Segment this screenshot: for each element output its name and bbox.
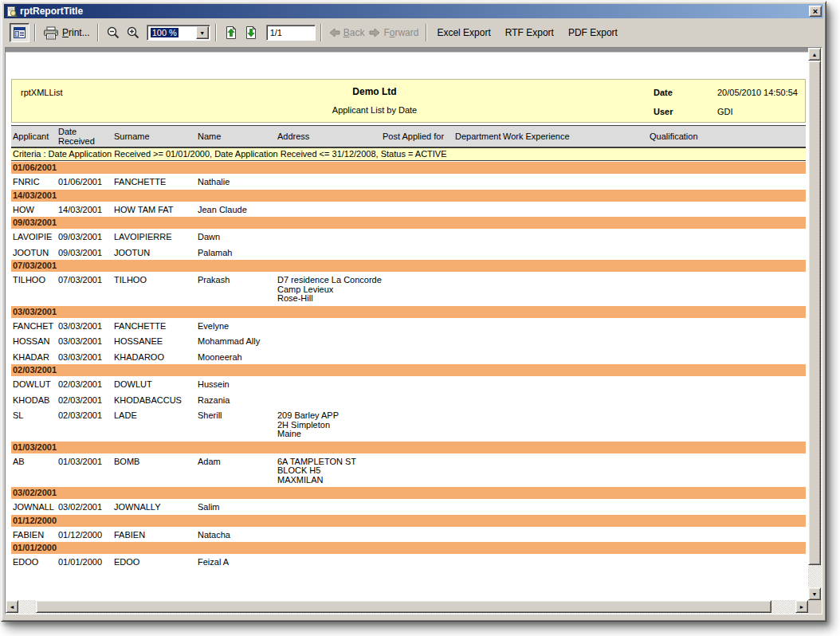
cell-address (276, 396, 381, 406)
cell-address (276, 503, 381, 512)
cell-department (453, 531, 501, 540)
cell-post-applied-for (381, 411, 453, 439)
cell-post-applied-for (381, 503, 453, 512)
cell-qualification (648, 233, 806, 242)
vertical-scrollbar[interactable]: ▲ ▼ (808, 48, 822, 600)
table-row: SL02/03/2001LADESherill209 Barley APP2H … (11, 407, 806, 442)
toolbar: Print... 100 % (4, 18, 823, 47)
combo-dropdown-icon[interactable]: ▼ (196, 26, 209, 39)
print-label: Print... (62, 27, 90, 38)
cell-date-received: 03/03/2001 (57, 353, 112, 363)
table-row: KHADAR03/03/2001KHADAROOMooneerah (11, 349, 806, 365)
cell-date-received: 07/03/2001 (57, 276, 112, 304)
date-label: Date (654, 88, 673, 97)
toolbar-separator (426, 24, 427, 41)
cell-qualification (648, 503, 806, 512)
cell-post-applied-for (381, 178, 453, 187)
cell-work-experience (501, 249, 648, 258)
scroll-left-icon[interactable]: ◄ (6, 600, 18, 613)
cell-applicant: FANCHET (11, 322, 57, 332)
cell-applicant: JOWNALL (11, 503, 57, 512)
rtf-export-button[interactable]: RTF Export (500, 27, 559, 38)
horizontal-scrollbar[interactable]: ◄ ► (6, 600, 808, 614)
cell-post-applied-for (381, 206, 453, 215)
title-bar[interactable]: rptReportTitle × (4, 4, 823, 18)
pdf-export-button[interactable]: PDF Export (563, 27, 622, 38)
cell-applicant: JOOTUN (11, 249, 57, 258)
zoom-level-combobox[interactable]: 100 % ▼ (147, 25, 210, 41)
cell-work-experience (501, 503, 648, 512)
excel-export-button[interactable]: Excel Export (432, 27, 495, 38)
window-title: rptReportTitle (20, 6, 83, 17)
horizontal-scrollbar-thumb[interactable] (36, 600, 771, 613)
print-button[interactable]: Print... (41, 26, 92, 40)
cell-date-received: 01/03/2001 (57, 457, 112, 485)
cell-name: Mooneerah (196, 353, 276, 363)
group-header-row: 01/12/2000 (11, 515, 806, 527)
forward-button[interactable]: Forward (367, 27, 421, 38)
back-button[interactable]: Back (327, 27, 367, 38)
scroll-right-icon[interactable]: ► (795, 600, 808, 613)
group-tree-toggle-button[interactable] (10, 23, 29, 42)
cell-post-applied-for (381, 249, 453, 258)
next-page-button[interactable] (241, 23, 261, 42)
report-name: rptXMLList (21, 88, 63, 97)
previous-page-button[interactable] (222, 23, 241, 42)
toolbar-separator (320, 24, 322, 41)
cell-work-experience (501, 233, 648, 242)
cell-name: Adam (196, 457, 276, 485)
cell-date-received: 03/02/2001 (57, 503, 112, 512)
forward-label: Forward (383, 27, 418, 38)
group-header-row: 07/03/2001 (11, 260, 806, 272)
cell-qualification (648, 337, 806, 347)
cell-qualification (648, 558, 806, 567)
cell-qualification (648, 457, 806, 485)
cell-name: Sherill (196, 411, 276, 439)
column-header-name: Name (196, 132, 276, 141)
cell-qualification (648, 276, 806, 304)
cell-name: Mohammad Ally (196, 337, 276, 347)
cell-applicant: KHADAR (11, 353, 57, 363)
cell-date-received: 09/03/2001 (57, 249, 112, 258)
zoom-in-button[interactable] (124, 23, 143, 42)
cell-work-experience (501, 322, 648, 332)
cell-department (453, 457, 501, 485)
scroll-down-icon[interactable]: ▼ (808, 587, 821, 600)
cell-post-applied-for (381, 396, 453, 406)
cell-surname: LAVOIPIERRE (112, 233, 196, 242)
cell-address (276, 322, 381, 332)
table-row: KHODAB02/03/2001KHODABACCUSRazania (11, 392, 806, 408)
table-row: EDOO01/01/2000EDOOFeizal A (11, 554, 806, 570)
cell-address: D7 residence La ConcordeCamp LevieuxRose… (276, 276, 381, 304)
cell-post-applied-for (381, 353, 453, 363)
cell-name: Palamah (196, 249, 276, 258)
page-number-input[interactable]: 1/1 (266, 25, 316, 41)
cell-work-experience (501, 558, 648, 567)
report-header-band: rptXMLList Demo Ltd Applicant List by Da… (11, 79, 806, 123)
cell-surname: EDOO (112, 558, 196, 567)
cell-work-experience (501, 411, 648, 439)
scroll-up-icon[interactable]: ▲ (808, 48, 821, 61)
cell-date-received: 02/03/2001 (57, 396, 112, 406)
cell-applicant: LAVOIPIE (11, 233, 57, 242)
table-row: FANCHET03/03/2001FANCHETTEEvelyne (11, 318, 806, 334)
zoom-out-button[interactable] (104, 23, 124, 42)
cell-qualification (648, 396, 806, 406)
cell-name: Jean Claude (196, 206, 276, 215)
cell-department (453, 353, 501, 363)
close-button[interactable]: × (809, 6, 822, 17)
user-value: GDI (717, 107, 733, 116)
cell-address (276, 353, 381, 363)
cell-surname: FANCHETTE (112, 322, 196, 332)
cell-applicant: HOW (11, 206, 57, 215)
group-header-row: 03/02/2001 (11, 487, 806, 499)
cell-surname: DOWLUT (112, 380, 196, 390)
column-header-row: ApplicantDate ReceivedSurnameNameAddress… (11, 125, 806, 147)
report-viewport: rptXMLList Demo Ltd Applicant List by Da… (5, 47, 822, 614)
cell-department (453, 276, 501, 304)
cell-department (453, 396, 501, 406)
vertical-scrollbar-thumb[interactable] (808, 61, 821, 565)
report-subtitle: Applicant List by Date (243, 105, 506, 115)
group-header-row: 01/03/2001 (11, 442, 806, 453)
cell-applicant: FNRIC (11, 178, 57, 187)
